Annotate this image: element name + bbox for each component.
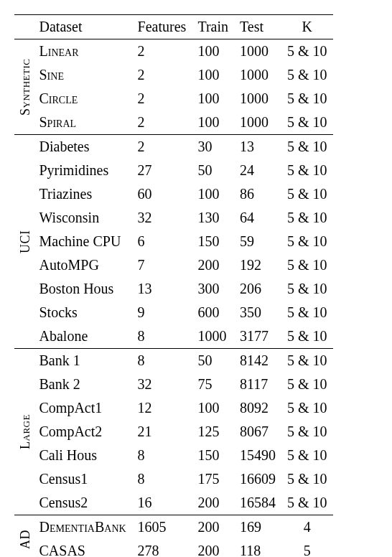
table-row: UCIDiabetes230135 & 10 (14, 135, 333, 159)
features-cell: 21 (132, 420, 192, 444)
test-cell: 8142 (234, 349, 281, 373)
table-row: Cali Hous8150154905 & 10 (14, 444, 333, 467)
features-cell: 9 (132, 301, 192, 324)
header-row: Dataset Features Train Test K (14, 15, 333, 39)
test-cell: 1000 (234, 63, 281, 87)
test-cell: 3177 (234, 324, 281, 349)
table-row: SyntheticLinear210010005 & 10 (14, 39, 333, 64)
table-row: Stocks96003505 & 10 (14, 301, 333, 324)
group-label: Synthetic (14, 39, 34, 135)
dataset-name-cell: Census2 (34, 491, 132, 515)
k-cell: 5 & 10 (281, 467, 333, 491)
group-label: AD (14, 515, 34, 558)
dataset-name-cell: Diabetes (34, 135, 132, 159)
train-cell: 600 (192, 301, 234, 324)
features-cell: 8 (132, 349, 192, 373)
k-cell: 5 & 10 (281, 230, 333, 253)
test-cell: 16584 (234, 491, 281, 515)
k-cell: 5 & 10 (281, 324, 333, 349)
test-cell: 192 (234, 253, 281, 277)
features-cell: 12 (132, 396, 192, 420)
train-cell: 100 (192, 63, 234, 87)
train-cell: 200 (192, 515, 234, 540)
k-cell: 5 & 10 (281, 277, 333, 301)
table-row: Sine210010005 & 10 (14, 63, 333, 87)
features-cell: 2 (132, 135, 192, 159)
features-cell: 60 (132, 182, 192, 206)
dataset-name-cell: Pyrimidines (34, 159, 132, 182)
k-cell: 5 (281, 539, 333, 557)
train-cell: 75 (192, 373, 234, 396)
dataset-name-cell: AutoMPG (34, 253, 132, 277)
k-cell: 5 & 10 (281, 206, 333, 230)
train-cell: 300 (192, 277, 234, 301)
test-cell: 8092 (234, 396, 281, 420)
dataset-name-cell: Bank 2 (34, 373, 132, 396)
dataset-name-cell: Sine (34, 63, 132, 87)
train-cell: 125 (192, 420, 234, 444)
train-cell: 100 (192, 396, 234, 420)
table-body: SyntheticLinear210010005 & 10Sine2100100… (14, 39, 333, 558)
features-cell: 8 (132, 324, 192, 349)
train-cell: 200 (192, 253, 234, 277)
col-train-header: Train (192, 15, 234, 39)
k-cell: 5 & 10 (281, 301, 333, 324)
train-cell: 150 (192, 444, 234, 467)
k-cell: 5 & 10 (281, 373, 333, 396)
table-row: Boston Hous133002065 & 10 (14, 277, 333, 301)
group-label: UCI (14, 135, 34, 349)
features-cell: 8 (132, 467, 192, 491)
test-cell: 206 (234, 277, 281, 301)
train-cell: 175 (192, 467, 234, 491)
dataset-name-cell: Linear (34, 39, 132, 64)
dataset-name-cell: Bank 1 (34, 349, 132, 373)
dataset-table-wrap: Dataset Features Train Test K SyntheticL… (14, 14, 333, 557)
features-cell: 2 (132, 87, 192, 111)
table-row: Census18175166095 & 10 (14, 467, 333, 491)
col-test-header: Test (234, 15, 281, 39)
features-cell: 278 (132, 539, 192, 557)
k-cell: 5 & 10 (281, 396, 333, 420)
group-label-spacer (14, 15, 34, 39)
train-cell: 150 (192, 230, 234, 253)
test-cell: 24 (234, 159, 281, 182)
dataset-name-cell: Census1 (34, 467, 132, 491)
test-cell: 169 (234, 515, 281, 540)
table-row: Abalone8100031775 & 10 (14, 324, 333, 349)
table-row: Triazines60100865 & 10 (14, 182, 333, 206)
table-row: Circle210010005 & 10 (14, 87, 333, 111)
table-row: CompAct11210080925 & 10 (14, 396, 333, 420)
dataset-name-cell: Wisconsin (34, 206, 132, 230)
test-cell: 64 (234, 206, 281, 230)
dataset-name-cell: CASAS (34, 539, 132, 557)
dataset-name-cell: Boston Hous (34, 277, 132, 301)
test-cell: 13 (234, 135, 281, 159)
dataset-name-cell: CompAct1 (34, 396, 132, 420)
train-cell: 30 (192, 135, 234, 159)
test-cell: 1000 (234, 87, 281, 111)
test-cell: 350 (234, 301, 281, 324)
k-cell: 5 & 10 (281, 253, 333, 277)
dataset-table: Dataset Features Train Test K SyntheticL… (14, 14, 333, 557)
table-row: Machine CPU6150595 & 10 (14, 230, 333, 253)
col-features-header: Features (132, 15, 192, 39)
features-cell: 32 (132, 373, 192, 396)
k-cell: 5 & 10 (281, 182, 333, 206)
features-cell: 2 (132, 111, 192, 135)
train-cell: 100 (192, 182, 234, 206)
train-cell: 200 (192, 539, 234, 557)
dataset-name-cell: Machine CPU (34, 230, 132, 253)
dataset-name-cell: Cali Hous (34, 444, 132, 467)
k-cell: 5 & 10 (281, 420, 333, 444)
test-cell: 1000 (234, 111, 281, 135)
train-cell: 200 (192, 491, 234, 515)
features-cell: 7 (132, 253, 192, 277)
test-cell: 59 (234, 230, 281, 253)
k-cell: 5 & 10 (281, 491, 333, 515)
k-cell: 5 & 10 (281, 87, 333, 111)
dataset-name-cell: DementiaBank (34, 515, 132, 540)
features-cell: 1605 (132, 515, 192, 540)
test-cell: 86 (234, 182, 281, 206)
table-row: CompAct22112580675 & 10 (14, 420, 333, 444)
features-cell: 2 (132, 63, 192, 87)
